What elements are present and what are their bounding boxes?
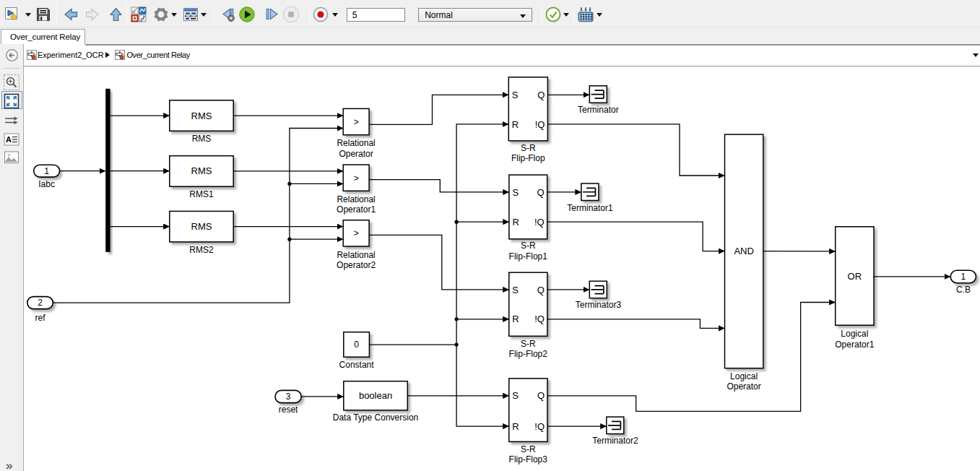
svg-text:Iabc: Iabc: [38, 179, 55, 189]
svg-text:RMS: RMS: [192, 134, 212, 144]
svg-text:Flip-Flop3: Flip-Flop3: [509, 454, 548, 464]
svg-text:!Q: !Q: [534, 217, 545, 228]
svg-text:RMS: RMS: [191, 165, 212, 176]
svg-text:Terminator1: Terminator1: [567, 203, 613, 213]
svg-text:!Q: !Q: [535, 119, 545, 130]
svg-text:Operator1: Operator1: [835, 340, 874, 350]
svg-text:R: R: [512, 119, 519, 130]
svg-text:S: S: [512, 90, 519, 100]
svg-text:S-R: S-R: [521, 444, 536, 454]
svg-text:Q: Q: [537, 285, 545, 295]
svg-text:Flip-Flop1: Flip-Flop1: [509, 251, 548, 262]
svg-text:Terminator: Terminator: [578, 105, 619, 115]
svg-text:S: S: [512, 285, 519, 295]
svg-text:1: 1: [961, 272, 966, 282]
svg-text:>: >: [354, 173, 359, 183]
svg-text:!Q: !Q: [534, 421, 545, 432]
svg-text:R: R: [512, 217, 519, 228]
svg-text:>: >: [354, 117, 359, 127]
svg-text:Operator2: Operator2: [337, 260, 376, 270]
svg-text:Operator: Operator: [727, 381, 760, 392]
svg-text:RMS1: RMS1: [189, 189, 214, 199]
svg-text:Operator: Operator: [339, 149, 373, 159]
svg-text:Q: Q: [537, 90, 545, 100]
svg-text:S: S: [512, 390, 519, 401]
svg-text:Terminator3: Terminator3: [576, 300, 622, 310]
svg-text:ref: ref: [35, 313, 46, 323]
svg-text:RMS2: RMS2: [189, 245, 214, 255]
svg-text:Q: Q: [537, 390, 545, 401]
svg-text:OR: OR: [848, 271, 862, 282]
svg-text:1: 1: [44, 166, 49, 176]
svg-text:S-R: S-R: [521, 339, 536, 349]
svg-text:A: A: [6, 135, 12, 144]
svg-text:R: R: [512, 314, 519, 324]
svg-text:>: >: [354, 228, 359, 238]
svg-text:Flip-Flop: Flip-Flop: [511, 153, 545, 163]
svg-text:!Q: !Q: [534, 314, 545, 324]
svg-text:Operator1: Operator1: [337, 204, 376, 215]
svg-text:Data Type Conversion: Data Type Conversion: [333, 412, 419, 423]
svg-text:reset: reset: [279, 405, 298, 415]
svg-text:Relational: Relational: [337, 250, 375, 260]
svg-text:S-R: S-R: [521, 241, 536, 251]
svg-text:3: 3: [286, 392, 291, 402]
svg-text:R: R: [512, 421, 519, 432]
svg-text:AND: AND: [734, 246, 753, 256]
svg-text:Relational: Relational: [337, 138, 375, 148]
svg-text:C.B: C.B: [956, 285, 971, 295]
svg-text:S: S: [512, 187, 519, 198]
svg-text:S-R: S-R: [521, 143, 536, 153]
svg-text:Constant: Constant: [339, 360, 375, 370]
svg-text:RMS: RMS: [191, 111, 212, 121]
svg-text:boolean: boolean: [359, 390, 392, 401]
svg-text:Terminator2: Terminator2: [592, 436, 638, 446]
svg-text:Logical: Logical: [730, 371, 758, 381]
svg-text:0: 0: [354, 340, 359, 350]
svg-text:Relational: Relational: [337, 194, 375, 204]
svg-text:Q: Q: [537, 187, 545, 198]
svg-text:2: 2: [38, 298, 43, 308]
svg-text:RMS: RMS: [191, 221, 212, 232]
svg-text:Logical: Logical: [841, 329, 868, 339]
svg-text:Flip-Flop2: Flip-Flop2: [509, 349, 548, 359]
